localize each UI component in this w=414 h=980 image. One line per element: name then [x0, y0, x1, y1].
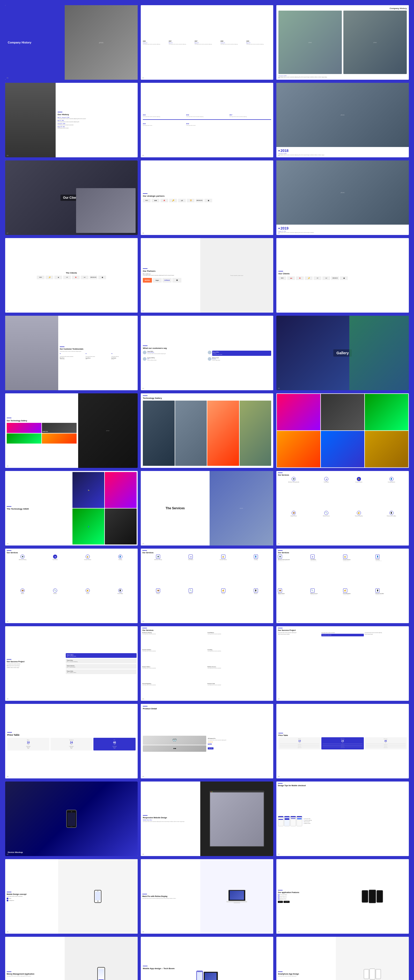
slide-38-title: Mobile App design – Tech Boom — [143, 967, 175, 970]
slide-10: The Clients NICK 🔑 ★ LR A laif BROOKLYN … — [5, 238, 138, 313]
slide-4-num: 04 — [7, 155, 8, 156]
slide-9: photo 2019 August 25, 2019 Lorem ipsum d… — [276, 161, 409, 235]
slide-14-title: What our customers say — [143, 347, 271, 349]
slide-14-num: 14 — [142, 388, 144, 389]
slide-27-num: 27 — [278, 698, 280, 700]
slide-2-num: 02 — [142, 77, 144, 79]
slide-11-title: Our Partners — [143, 270, 198, 272]
slide-7-num: 07 — [7, 232, 8, 234]
slide-24-title: Our Services — [278, 552, 407, 554]
slide-16-title: Our Technology Gallery — [7, 420, 76, 422]
slide-17-title: Technology Gallery — [143, 397, 271, 399]
slide-24-num: 24 — [278, 620, 280, 622]
slide-19-num: 19 — [7, 543, 8, 544]
slide-4-title: Our History — [58, 113, 135, 116]
slide-21: Our Services 💻 Architecture Planning Spe… — [276, 471, 409, 546]
slide-2: 2006 January 01 Lorem ipsum dolor sit am… — [141, 5, 273, 80]
slide-33: Design Tips for Mobile checkout — [276, 781, 409, 856]
slide-27: Our Success Project Lorem ipsum dolor si… — [276, 626, 409, 701]
slide-28: Price Table Basic 10 USD Lorem ipsumdolo… — [5, 704, 138, 778]
slide-21-title: Our Services — [278, 474, 407, 476]
slide-34-num: 34 — [7, 931, 8, 933]
slide-23: Our Services 💻 Architecture Planning ☁ C… — [141, 549, 273, 623]
slide-12-num: 12 — [278, 310, 280, 312]
slide-4: Our History April 11 - January 10 - 2016… — [5, 83, 138, 158]
slide-31: Device Mockup 31 — [5, 781, 138, 856]
slide-10-title: The Clients — [7, 272, 135, 274]
slide-36: Our application Features Lorem ipsum fea… — [276, 859, 409, 934]
slide-32-title: Responsive Website Design — [143, 817, 198, 819]
slide-31-title: Device Mockup — [8, 851, 23, 853]
slide-1-num: 01 — [7, 77, 8, 79]
slide-27-title: Our Success Project — [278, 629, 407, 631]
slide-19-title: The Technology #2020 — [7, 508, 70, 510]
slide-26-num: 26 — [142, 698, 144, 700]
slide-22: Our Services 💻 Architecture Planning ☁ C… — [5, 549, 138, 623]
slide-11: Our Partners Write subtitle here Lorem i… — [141, 238, 273, 313]
slide-29-title: Product Detail — [143, 708, 271, 710]
slide-1-title: Company History — [8, 41, 31, 44]
slide-21-num: 21 — [278, 543, 280, 544]
slide-25-num: 25 — [7, 698, 8, 700]
slide-8-num: 08 — [142, 232, 144, 234]
slide-28-title: Price Table — [7, 733, 135, 736]
slide-6-num: 06 — [278, 155, 280, 156]
slide-26-title: Our Services — [142, 629, 272, 631]
slide-37-title: Money Management Application — [7, 973, 63, 975]
slide-12-title: Our Clients — [279, 272, 407, 275]
slide-14: What our customers say Logan Wells Produ… — [141, 316, 273, 390]
slide-33-num: 33 — [278, 853, 280, 855]
slide-19: The Technology #2020 🎭 👤 19 — [5, 471, 138, 546]
slide-23-num: 23 — [142, 620, 144, 622]
slide-39-title: Smartphone App Design — [278, 973, 334, 975]
slide-22-num: 22 — [7, 620, 8, 622]
slide-20: The Services photo 20 — [141, 471, 273, 546]
slide-24: Our Services 💻 Architecture Planning Spe… — [276, 549, 409, 623]
slide-20-title: The Services — [166, 506, 185, 510]
slide-1: Company History photo 01 — [5, 5, 138, 80]
slide-32-text: Lorem ipsum dolor sit amet consectetur a… — [143, 821, 198, 822]
slide-25: Our Success Project Lorem ipsum dolor si… — [5, 626, 138, 701]
slide-33-title: Design Tips for Mobile checkout — [278, 784, 407, 786]
slide-16-num: 16 — [7, 465, 8, 467]
slide-23-title: Our Services — [142, 552, 272, 554]
slide-30-title: Price Table — [279, 734, 407, 736]
slide-38: Mobile App design – Tech Boom 38 — [141, 937, 273, 980]
slide-17: Technology Gallery 17 — [141, 393, 273, 468]
slide-8: Our strategic partners NICK ★★ A 🔑 LR 🏆 … — [141, 161, 273, 235]
slide-11-num: 11 — [142, 310, 144, 312]
slide-15-num: 15 — [278, 388, 280, 389]
slide-13-num: 13 — [7, 388, 8, 389]
slide-26: Our Services Architecture Planning Lorem… — [141, 626, 273, 701]
slide-30: Price Table Starter 10 USD Feature oneFe… — [276, 704, 409, 778]
slide-17-num: 17 — [142, 465, 144, 467]
slide-3: Company History photo photo January 22, … — [276, 5, 409, 80]
slide-8-title: Our strategic partners — [143, 195, 271, 197]
slide-13: Our Customer Testimonials Lorem ipsum do… — [5, 316, 138, 390]
slide-22-title: Our Services — [7, 552, 136, 554]
slide-35: Mack Pro with Retina Display Lorem ipsum… — [141, 859, 273, 934]
slide-grid: Company History photo 01 2006 January 01… — [5, 5, 409, 980]
slide-31-num: 31 — [7, 853, 8, 855]
slide-37: Money Management Application Lorem ipsum… — [5, 937, 138, 980]
slide-28-num: 28 — [7, 776, 8, 777]
slide-32-num: 32 — [142, 853, 144, 855]
slide-34: Mobile Design concept Lorem ipsum dolor … — [5, 859, 138, 934]
slide-18: 18 — [276, 393, 409, 468]
slide-18-num: 18 — [278, 465, 280, 467]
slide-29: Product Detail 🥽 🕶️ VR Headset Pro Lorem… — [141, 704, 273, 778]
slide-35-num: 35 — [142, 931, 144, 933]
slide-32-subtitle: Subtitle Goes Here — [143, 819, 198, 821]
slide-34-title: Mobile Design concept — [7, 893, 57, 895]
slide-16: Our Technology Gallery NOVA TITLE photo … — [5, 393, 138, 468]
slide-36-title: Our application Features — [278, 891, 334, 893]
slide-10-num: 10 — [7, 310, 8, 312]
slide-6: photo 2018 January 22, 2018 Lorem ipsum … — [276, 83, 409, 158]
slide-29-num: 29 — [142, 776, 144, 777]
slide-5-num: 05 — [142, 155, 144, 156]
slide-12: Our Clients NICK ★★ A 🔑 LR laif BROOKLYN… — [276, 238, 409, 313]
slide-39: Smartphone App Design Lorem ipsum dolor … — [276, 937, 409, 980]
slide-7: Our Clients 07 — [5, 161, 138, 235]
slide-32: Responsive Website Design Subtitle Goes … — [141, 781, 273, 856]
slide-13-title: Our Customer Testimonials — [60, 348, 136, 350]
